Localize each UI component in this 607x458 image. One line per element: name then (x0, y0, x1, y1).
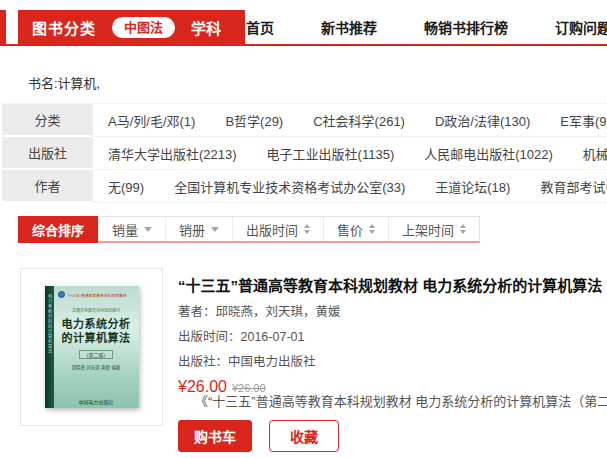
sort-tab-copies[interactable]: 销册 (165, 217, 232, 241)
filter-label-publisher: 出版社 (2, 137, 93, 170)
publisher-label: 出版社： (178, 355, 228, 369)
filter-row-author: 作者 无(99) 全国计算机专业技术资格考试办公室(33) 王道论坛(18) 教… (2, 170, 607, 203)
filter-option[interactable]: C社会科学(261) (313, 111, 405, 130)
sort-down-icon (211, 227, 219, 232)
cover-series-badge: “十三五”普通高等教育本科规划教材 (67, 292, 127, 298)
main-menu: 首页 新书推荐 畅销书排行榜 订购问题 (246, 10, 607, 44)
book-cover-image: 电力系统分析的计算机算法 “十三五”普通高等教育本科规划教材 普通高等教育本科规… (45, 286, 139, 408)
filter-option[interactable]: A马/列/毛/邓(1) (108, 111, 195, 130)
sort-tab-pubdate[interactable]: 出版时间 (232, 217, 323, 241)
nav-underline (0, 44, 607, 46)
filter-option[interactable]: 无(99) (108, 177, 144, 196)
authors-value: 邱晓燕，刘天琪，黄媛 (216, 305, 341, 319)
sort-tab-price[interactable]: 售价 (323, 217, 388, 241)
cover-logo-icon (58, 291, 65, 298)
publisher-value: 中国电力出版社 (228, 355, 316, 369)
menu-order-questions[interactable]: 订购问题 (555, 17, 607, 37)
cover-series-line: 普通高等教育本科规划教材 (72, 308, 120, 314)
book-front-cover: “十三五”普通高等教育本科规划教材 普通高等教育本科规划教材 电力系统分析 的计… (54, 286, 139, 408)
book-info-column: “十三五”普通高等教育本科规划教材 电力系统分析的计算机算法（第二版） 著者：邱… (178, 274, 607, 396)
book-authors-line: 著者：邱晓燕，刘天琪，黄媛 (178, 301, 607, 320)
filter-options-category: A马/列/毛/邓(1) B哲学(29) C社会科学(261) D政治/法律(13… (93, 104, 607, 137)
sort-tab-label: 售价 (337, 220, 363, 239)
filter-option[interactable]: 教育部考试中心(16) (540, 177, 607, 196)
filter-option[interactable]: 人民邮电出版社(1022) (424, 144, 553, 163)
favorite-button[interactable]: 收藏 (269, 420, 339, 452)
sort-bar: 综合排序 销量 销册 出版时间 售价 上架时间 (18, 216, 480, 243)
filter-option[interactable]: 机械工业出版社( (583, 144, 607, 163)
pubdate-value: 2016-07-01 (241, 330, 305, 344)
filter-option[interactable]: 全国计算机专业技术资格考试办公室(33) (174, 177, 405, 196)
menu-bestsellers[interactable]: 畅销书排行榜 (424, 17, 508, 37)
category-nav-block: 图书分类 中图法 学科 (18, 10, 245, 44)
sort-tab-sales[interactable]: 销量 (98, 217, 165, 241)
authors-label: 著者： (178, 305, 216, 319)
pubdate-label: 出版时间： (178, 330, 241, 344)
book-title-link[interactable]: “十三五”普通高等教育本科规划教材 电力系统分析的计算机算法（第二版） (178, 274, 607, 295)
top-navigation: 图书分类 中图法 学科 首页 新书推荐 畅销书排行榜 订购问题 (0, 10, 607, 44)
sort-tab-label: 销册 (179, 220, 205, 239)
book-pubdate-line: 出版时间：2016-07-01 (178, 326, 607, 345)
book-publisher-line: 出版社：中国电力出版社 (178, 351, 607, 370)
sort-updown-icon (369, 224, 375, 234)
tab-zhongtufa[interactable]: 中图法 (112, 17, 175, 38)
filter-label-category: 分类 (2, 104, 93, 137)
filter-label-author: 作者 (2, 170, 93, 203)
sort-down-icon (144, 227, 152, 232)
filter-option[interactable]: E军事(9) (560, 111, 607, 130)
filter-option[interactable]: 清华大学出版社(2213) (108, 144, 237, 163)
sort-updown-icon (460, 224, 466, 234)
tab-xueke[interactable]: 学科 (191, 17, 221, 38)
filter-options-publisher: 清华大学出版社(2213) 电子工业出版社(1135) 人民邮电出版社(1022… (93, 137, 607, 170)
filter-row-publisher: 出版社 清华大学出版社(2213) 电子工业出版社(1135) 人民邮电出版社(… (2, 137, 607, 170)
filter-option[interactable]: 王道论坛(18) (435, 177, 510, 196)
cover-header: “十三五”普通高等教育本科规划教材 (58, 291, 135, 298)
book-cover-thumbnail[interactable]: 电力系统分析的计算机算法 “十三五”普通高等教育本科规划教材 普通高等教育本科规… (20, 268, 163, 426)
book-spine: 电力系统分析的计算机算法 (45, 286, 54, 408)
filter-option[interactable]: D政治/法律(130) (435, 111, 530, 130)
book-description: 《“十三五”普通高等教育本科规划教材 电力系统分析的计算机算法（第二版）》为“ (195, 391, 607, 410)
sort-tab-shelf-time[interactable]: 上架时间 (388, 217, 479, 241)
filter-option[interactable]: B哲学(29) (225, 111, 283, 130)
sort-tab-label: 上架时间 (402, 220, 454, 239)
filter-row-category: 分类 A马/列/毛/邓(1) B哲学(29) C社会科学(261) D政治/法律… (2, 104, 607, 137)
sort-tab-comprehensive[interactable]: 综合排序 (18, 216, 98, 243)
book-category-label[interactable]: 图书分类 (32, 17, 96, 38)
search-summary: 书名:计算机, (28, 73, 100, 92)
sort-tab-label: 出版时间 (246, 220, 298, 239)
menu-home[interactable]: 首页 (246, 17, 274, 37)
cover-title-line1: 电力系统分析 (62, 317, 131, 331)
filter-options-author: 无(99) 全国计算机专业技术资格考试办公室(33) 王道论坛(18) 教育部考… (93, 170, 607, 203)
nav-left-edge-decoration (0, 10, 6, 44)
add-to-cart-button[interactable]: 购书车 (178, 420, 252, 452)
sort-updown-icon (304, 224, 310, 234)
sort-tab-label: 销量 (112, 220, 138, 239)
filter-table: 分类 A马/列/毛/邓(1) B哲学(29) C社会科学(261) D政治/法律… (2, 103, 607, 203)
cover-authors: 邱晓燕 刘天琪 黄媛 编著 (72, 364, 121, 370)
filter-option[interactable]: 电子工业出版社(1135) (267, 144, 395, 163)
menu-new-books[interactable]: 新书推荐 (321, 17, 377, 37)
cover-publisher: 中国电力出版社 (54, 398, 139, 405)
book-spine-title: 电力系统分析的计算机算法 (46, 294, 52, 354)
cover-edition: （第二版） (79, 350, 112, 359)
book-actions: 购书车 收藏 (178, 420, 339, 452)
cover-title-line2: 的计算机算法 (62, 331, 131, 345)
book-search-page: 图书分类 中图法 学科 首页 新书推荐 畅销书排行榜 订购问题 书名:计算机, … (0, 0, 607, 458)
